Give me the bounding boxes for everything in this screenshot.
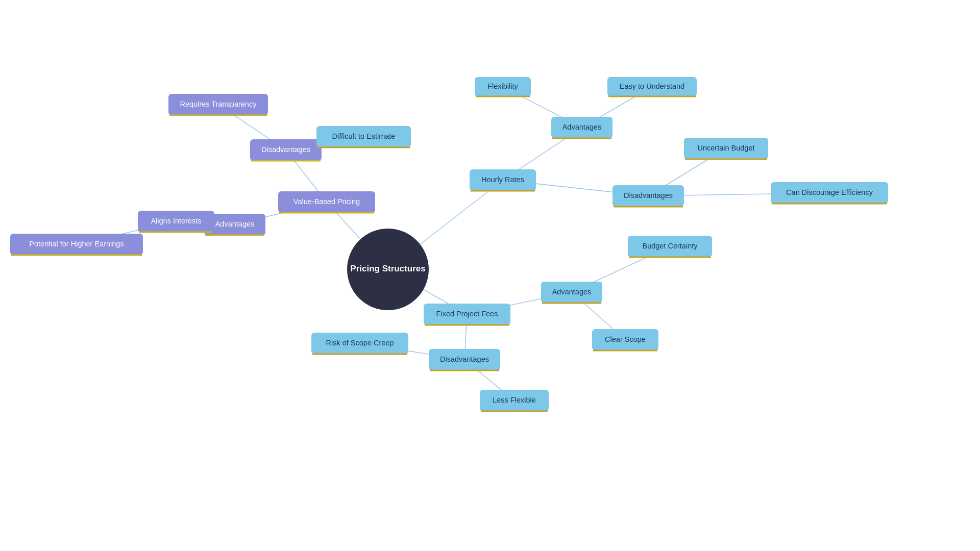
svg-text:Value-Based Pricing: Value-Based Pricing (293, 197, 360, 206)
svg-text:Less Flexible: Less Flexible (493, 396, 536, 404)
svg-text:Potential for Higher Earnings: Potential for Higher Earnings (29, 240, 124, 248)
svg-text:Disadvantages: Disadvantages (440, 355, 489, 363)
svg-text:Uncertain Budget: Uncertain Budget (697, 144, 754, 152)
svg-text:Advantages: Advantages (562, 123, 602, 131)
svg-text:Fixed Project Fees: Fixed Project Fees (436, 310, 498, 318)
svg-text:Easy to Understand: Easy to Understand (620, 82, 684, 90)
svg-text:Pricing Structures: Pricing Structures (350, 264, 425, 273)
svg-text:Advantages: Advantages (552, 288, 592, 296)
svg-text:Disadvantages: Disadvantages (261, 145, 310, 154)
svg-text:Difficult to Estimate: Difficult to Estimate (332, 132, 396, 140)
svg-text:Requires Transparency: Requires Transparency (180, 100, 257, 108)
svg-text:Budget Certainty: Budget Certainty (642, 242, 698, 250)
svg-text:Clear Scope: Clear Scope (605, 335, 646, 343)
svg-text:Disadvantages: Disadvantages (624, 191, 673, 199)
svg-text:Hourly Rates: Hourly Rates (481, 176, 524, 184)
svg-text:Flexibility: Flexibility (487, 82, 518, 90)
svg-text:Can Discourage Efficiency: Can Discourage Efficiency (786, 188, 873, 196)
svg-text:Advantages: Advantages (215, 220, 255, 228)
svg-text:Aligns Interests: Aligns Interests (151, 217, 201, 225)
svg-text:Risk of Scope Creep: Risk of Scope Creep (326, 339, 394, 347)
mind-map-svg: Pricing StructuresHourly RatesAdvantages… (0, 0, 980, 551)
